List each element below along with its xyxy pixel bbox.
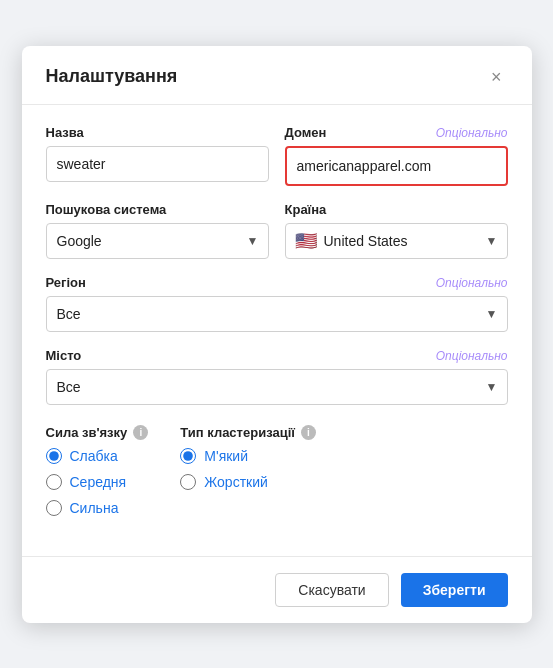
settings-dialog: Налаштування × Назва Домен Опціонально	[22, 46, 532, 623]
link-strength-label: Сила зв'язку	[46, 425, 128, 440]
search-engine-label: Пошукова система	[46, 202, 167, 217]
clustering-type-group: Тип кластеризації i М'який Жорсткий	[180, 425, 316, 516]
domain-group: Домен Опціонально	[285, 125, 508, 186]
city-row: Місто Опціонально Все ▼	[46, 348, 508, 405]
domain-label: Домен	[285, 125, 327, 140]
dialog-footer: Скасувати Зберегти	[22, 557, 532, 623]
link-strength-options: Слабка Середня Сильна	[46, 448, 149, 516]
city-optional: Опціонально	[436, 349, 508, 363]
name-label: Назва	[46, 125, 84, 140]
radio-weak-label: Слабка	[70, 448, 118, 464]
name-input[interactable]	[46, 146, 269, 182]
country-label: Країна	[285, 202, 327, 217]
radio-section: Сила зв'язку i Слабка Середня Сильна	[46, 425, 508, 516]
cancel-button[interactable]: Скасувати	[275, 573, 388, 607]
radio-strong[interactable]	[46, 500, 62, 516]
country-group: Країна 🇺🇸 United States Ukraine Germany …	[285, 202, 508, 259]
radio-medium-label: Середня	[70, 474, 127, 490]
link-strength-group: Сила зв'язку i Слабка Середня Сильна	[46, 425, 149, 516]
region-optional: Опціонально	[436, 276, 508, 290]
search-engine-select[interactable]: Google Bing Yahoo	[46, 223, 269, 259]
region-label: Регіон	[46, 275, 86, 290]
clustering-type-options: М'який Жорсткий	[180, 448, 316, 490]
engine-country-row: Пошукова система Google Bing Yahoo ▼ Кра…	[46, 202, 508, 259]
radio-soft[interactable]	[180, 448, 196, 464]
radio-medium[interactable]	[46, 474, 62, 490]
city-group: Місто Опціонально Все ▼	[46, 348, 508, 405]
country-select[interactable]: United States Ukraine Germany France	[285, 223, 508, 259]
radio-strong-label: Сильна	[70, 500, 119, 516]
city-select-wrap: Все ▼	[46, 369, 508, 405]
link-strength-info-icon[interactable]: i	[133, 425, 148, 440]
city-label: Місто	[46, 348, 82, 363]
region-row: Регіон Опціонально Все ▼	[46, 275, 508, 332]
domain-input-wrap	[285, 146, 508, 186]
radio-hard[interactable]	[180, 474, 196, 490]
domain-optional: Опціонально	[436, 126, 508, 140]
dialog-header: Налаштування ×	[22, 46, 532, 105]
radio-item-weak[interactable]: Слабка	[46, 448, 149, 464]
radio-item-soft[interactable]: М'який	[180, 448, 316, 464]
region-select-wrap: Все ▼	[46, 296, 508, 332]
domain-input[interactable]	[287, 148, 506, 184]
dialog-title: Налаштування	[46, 66, 178, 87]
close-button[interactable]: ×	[485, 66, 508, 88]
radio-item-hard[interactable]: Жорсткий	[180, 474, 316, 490]
name-group: Назва	[46, 125, 269, 182]
dialog-body: Назва Домен Опціонально Пошукова систе	[22, 105, 532, 540]
radio-item-medium[interactable]: Середня	[46, 474, 149, 490]
radio-weak[interactable]	[46, 448, 62, 464]
radio-hard-label: Жорсткий	[204, 474, 268, 490]
save-button[interactable]: Зберегти	[401, 573, 508, 607]
country-select-wrap: 🇺🇸 United States Ukraine Germany France …	[285, 223, 508, 259]
city-select[interactable]: Все	[46, 369, 508, 405]
region-select[interactable]: Все	[46, 296, 508, 332]
search-engine-group: Пошукова система Google Bing Yahoo ▼	[46, 202, 269, 259]
name-domain-row: Назва Домен Опціонально	[46, 125, 508, 186]
radio-soft-label: М'який	[204, 448, 248, 464]
search-engine-select-wrap: Google Bing Yahoo ▼	[46, 223, 269, 259]
clustering-type-info-icon[interactable]: i	[301, 425, 316, 440]
clustering-type-label: Тип кластеризації	[180, 425, 295, 440]
region-group: Регіон Опціонально Все ▼	[46, 275, 508, 332]
radio-item-strong[interactable]: Сильна	[46, 500, 149, 516]
